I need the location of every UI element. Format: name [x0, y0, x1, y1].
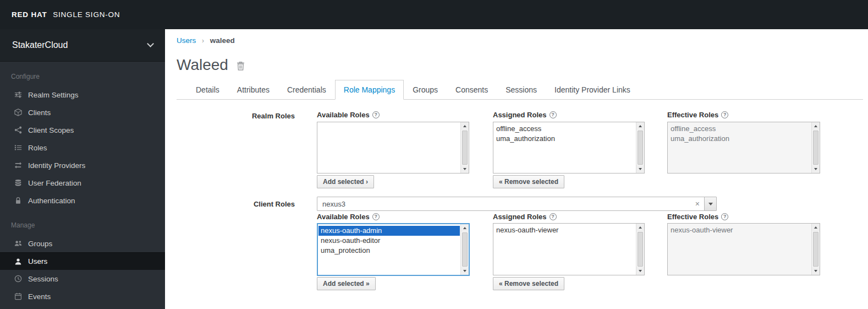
realm-available-roles-header: Available Roles ?	[317, 111, 380, 119]
scrollbar[interactable]	[636, 122, 644, 173]
lock-icon	[14, 197, 22, 205]
scroll-thumb[interactable]	[638, 131, 643, 165]
triangle-down-icon	[639, 168, 642, 170]
calendar-icon	[14, 292, 22, 301]
role-option[interactable]: offline_access	[494, 124, 635, 134]
client-remove-selected-button[interactable]: « Remove selected	[493, 277, 564, 290]
role-option-selected[interactable]: nexus-oauth-admin	[318, 226, 460, 236]
help-icon[interactable]: ?	[721, 213, 728, 220]
caret-down-icon	[708, 203, 713, 205]
triangle-down-icon	[463, 270, 466, 272]
dropdown-toggle-button[interactable]	[704, 197, 716, 210]
realm-effective-roles-listbox: offline_access uma_authorization	[667, 122, 820, 174]
realm-remove-selected-button[interactable]: « Remove selected	[493, 175, 564, 188]
header-text: Assigned Roles	[493, 111, 547, 119]
tab-groups[interactable]: Groups	[404, 80, 447, 100]
client-available-roles-listbox[interactable]: nexus-oauth-admin nexus-oauth-editor uma…	[317, 223, 470, 276]
clear-selection-icon[interactable]: ×	[691, 199, 704, 208]
sidebar-item-label: Clients	[28, 109, 51, 117]
client-select[interactable]: nexus3 ×	[317, 197, 717, 211]
tab-role-mappings[interactable]: Role Mappings	[335, 80, 404, 100]
scrollbar[interactable]	[460, 224, 469, 275]
triangle-up-icon	[814, 125, 817, 127]
client-effective-roles-listbox: nexus-oauth-viewer	[667, 223, 820, 275]
scrollbar[interactable]	[811, 122, 820, 173]
scroll-down-button[interactable]	[812, 165, 820, 173]
breadcrumb-link-users[interactable]: Users	[177, 36, 196, 45]
triangle-up-icon	[639, 226, 642, 229]
realm-available-roles-listbox[interactable]	[317, 122, 469, 174]
realm-add-selected-button[interactable]: Add selected ›	[317, 175, 374, 188]
help-icon[interactable]: ?	[550, 111, 557, 118]
sidebar-item-clients[interactable]: Clients	[0, 104, 165, 121]
role-option[interactable]: nexus-oauth-editor	[318, 236, 460, 246]
scroll-up-button[interactable]	[636, 224, 644, 231]
scrollbar[interactable]	[636, 224, 644, 275]
listbox-options	[317, 122, 460, 173]
role-option: nexus-oauth-viewer	[668, 225, 811, 235]
help-icon[interactable]: ?	[372, 213, 380, 220]
role-option[interactable]: uma_protection	[318, 246, 460, 256]
header-text: Assigned Roles	[493, 213, 547, 221]
client-select-value: nexus3	[317, 200, 691, 208]
help-icon[interactable]: ?	[372, 111, 380, 118]
sidebar-item-label: Events	[28, 292, 51, 301]
sidebar-item-events[interactable]: Events	[0, 288, 165, 305]
tab-sessions[interactable]: Sessions	[497, 80, 546, 100]
scroll-up-button[interactable]	[636, 122, 644, 130]
scroll-down-button[interactable]	[461, 267, 469, 275]
sidebar-item-label: Roles	[28, 144, 47, 152]
realm-selector[interactable]: StakaterCloud	[0, 29, 165, 62]
scroll-thumb[interactable]	[638, 232, 643, 267]
main-content: Users › waleed Waleed Details Attributes…	[165, 29, 868, 309]
sidebar-item-roles[interactable]: Roles	[0, 139, 165, 156]
role-option[interactable]: nexus-oauth-viewer	[494, 225, 635, 235]
role-option[interactable]: uma_authorization	[494, 134, 635, 144]
sidebar-item-realm-settings[interactable]: Realm Settings	[0, 86, 165, 104]
realm-assigned-roles-listbox[interactable]: offline_access uma_authorization	[493, 122, 645, 174]
scroll-up-button[interactable]	[461, 122, 469, 130]
scroll-up-button[interactable]	[812, 224, 820, 231]
tab-bar: Details Attributes Credentials Role Mapp…	[177, 80, 863, 100]
client-roles-label: Client Roles	[177, 200, 295, 208]
help-icon[interactable]: ?	[550, 213, 557, 220]
sidebar-item-client-scopes[interactable]: Client Scopes	[0, 121, 165, 139]
header-text: Effective Roles	[667, 213, 718, 221]
tab-details[interactable]: Details	[187, 80, 228, 100]
tab-identity-provider-links[interactable]: Identity Provider Links	[546, 80, 639, 100]
sidebar-item-identity-providers[interactable]: Identity Providers	[0, 156, 165, 174]
section-label-configure: Configure	[0, 62, 165, 86]
sidebar-item-users[interactable]: Users	[0, 252, 165, 270]
listbox-options: nexus-oauth-admin nexus-oauth-editor uma…	[318, 224, 460, 275]
client-add-selected-button[interactable]: Add selected »	[317, 277, 376, 290]
scroll-up-button[interactable]	[461, 224, 469, 232]
scroll-thumb[interactable]	[813, 232, 818, 267]
tab-consents[interactable]: Consents	[447, 80, 497, 100]
scroll-thumb[interactable]	[813, 131, 818, 165]
sidebar-item-sessions[interactable]: Sessions	[0, 270, 165, 288]
scroll-up-button[interactable]	[812, 122, 820, 130]
sidebar-item-groups[interactable]: Groups	[0, 235, 165, 252]
scrollbar[interactable]	[460, 122, 469, 173]
sidebar: StakaterCloud Configure Realm Settings C…	[0, 29, 165, 309]
tab-attributes[interactable]: Attributes	[228, 80, 278, 100]
client-assigned-roles-listbox[interactable]: nexus-oauth-viewer	[493, 223, 645, 275]
tab-credentials[interactable]: Credentials	[278, 80, 335, 100]
scroll-down-button[interactable]	[461, 165, 469, 173]
scroll-down-button[interactable]	[812, 267, 820, 275]
sidebar-item-authentication[interactable]: Authentication	[0, 192, 165, 209]
delete-user-icon[interactable]	[237, 61, 245, 71]
sidebar-item-user-federation[interactable]: User Federation	[0, 174, 165, 192]
scroll-thumb[interactable]	[462, 232, 468, 267]
help-icon[interactable]: ?	[721, 111, 728, 118]
user-icon	[14, 257, 22, 265]
scroll-down-button[interactable]	[636, 267, 644, 275]
scroll-down-button[interactable]	[636, 165, 644, 173]
triangle-up-icon	[639, 125, 642, 127]
client-assigned-roles-header: Assigned Roles ?	[493, 213, 557, 221]
scroll-thumb[interactable]	[462, 131, 468, 165]
sidebar-item-label: Realm Settings	[28, 91, 79, 99]
sidebar-item-label: Authentication	[28, 197, 75, 205]
scrollbar[interactable]	[811, 224, 820, 275]
brand-logo[interactable]: RED HAT SINGLE SIGN-ON	[12, 10, 120, 19]
